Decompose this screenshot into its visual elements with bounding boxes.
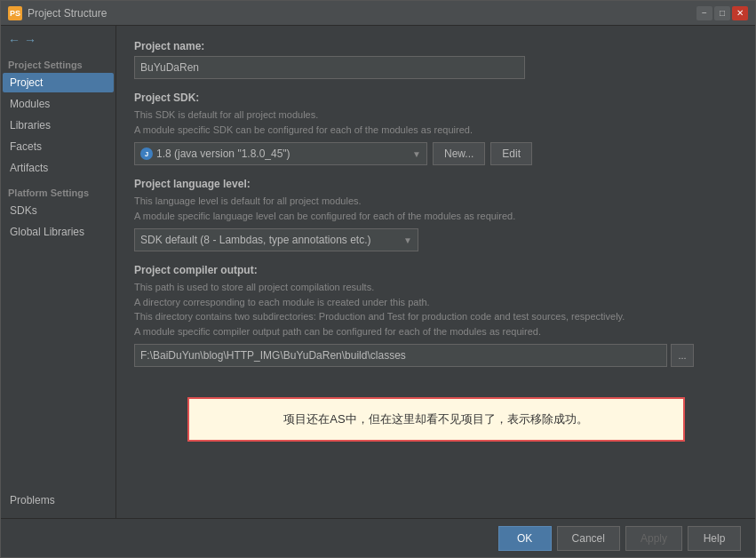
help-button[interactable]: Help (688, 526, 741, 551)
maximize-button[interactable]: □ (714, 6, 730, 20)
sdk-dropdown-arrow: ▼ (412, 149, 421, 159)
project-name-label: Project name: (134, 40, 737, 52)
java-sdk-icon: J (140, 147, 153, 160)
sidebar-item-artifacts[interactable]: Artifacts (3, 158, 114, 178)
platform-settings-label: Platform Settings (1, 179, 115, 200)
project-name-input[interactable] (134, 56, 525, 79)
new-sdk-button[interactable]: New... (433, 142, 485, 165)
app-icon: PS (8, 6, 22, 20)
language-level-dropdown[interactable]: SDK default (8 - Lambdas, type annotatio… (134, 228, 418, 251)
main-content: ← → Project Settings Project Modules Lib… (1, 26, 755, 518)
nav-icons: ← → (1, 29, 115, 54)
dialog-title: Project Structure (28, 7, 107, 20)
output-path-row: ... (134, 344, 737, 367)
ok-button[interactable]: OK (498, 526, 552, 551)
window-controls: − □ ✕ (696, 6, 748, 20)
compiler-output-section: Project compiler output: This path is us… (134, 264, 737, 367)
project-settings-label: Project Settings (1, 54, 115, 72)
cancel-button[interactable]: Cancel (557, 526, 620, 551)
sidebar-bottom: Problems (1, 490, 115, 518)
close-button[interactable]: ✕ (732, 6, 748, 20)
back-arrow[interactable]: ← (8, 33, 20, 47)
title-bar-left: PS Project Structure (8, 6, 107, 20)
compiler-output-desc: This path is used to store all project c… (134, 280, 737, 339)
browse-button[interactable]: ... (671, 344, 694, 367)
sidebar-item-libraries[interactable]: Libraries (3, 116, 114, 135)
project-sdk-desc1: This SDK is default for all project modu… (134, 108, 737, 137)
apply-button[interactable]: Apply (625, 526, 682, 551)
sidebar-item-problems[interactable]: Problems (3, 490, 114, 510)
annotation-box: 项目还在AS中，但在这里却看不见项目了，表示移除成功。 (187, 397, 685, 442)
sdk-row: J 1.8 (java version "1.8.0_45") ▼ New...… (134, 142, 737, 165)
sidebar-item-modules[interactable]: Modules (3, 94, 114, 114)
bottom-bar: OK Cancel Apply Help (1, 518, 755, 557)
main-panel: Project name: Project SDK: This SDK is d… (116, 26, 755, 518)
language-level-label: Project language level: (134, 178, 737, 190)
sdk-value: 1.8 (java version "1.8.0_45") (156, 147, 290, 160)
language-level-desc: This language level is default for all p… (134, 194, 737, 223)
forward-arrow[interactable]: → (24, 33, 36, 47)
sidebar-item-sdks[interactable]: SDKs (3, 201, 114, 220)
title-bar: PS Project Structure − □ ✕ (1, 1, 755, 26)
minimize-button[interactable]: − (696, 6, 712, 20)
sidebar: ← → Project Settings Project Modules Lib… (1, 26, 116, 518)
sidebar-item-facets[interactable]: Facets (3, 137, 114, 156)
project-sdk-label: Project SDK: (134, 92, 737, 104)
language-level-dropdown-arrow: ▼ (403, 235, 412, 245)
project-name-section: Project name: (134, 40, 737, 79)
project-sdk-section: Project SDK: This SDK is default for all… (134, 92, 737, 165)
compiler-output-label: Project compiler output: (134, 264, 737, 276)
output-path-input[interactable] (134, 344, 667, 367)
project-structure-dialog: PS Project Structure − □ ✕ ← → Project S… (0, 0, 756, 558)
sidebar-item-global-libraries[interactable]: Global Libraries (3, 222, 114, 242)
language-level-value: SDK default (8 - Lambdas, type annotatio… (140, 234, 370, 246)
sdk-dropdown[interactable]: J 1.8 (java version "1.8.0_45") ▼ (134, 142, 427, 165)
edit-sdk-button[interactable]: Edit (490, 142, 532, 165)
sidebar-item-project[interactable]: Project (3, 73, 114, 92)
annotation-text: 项目还在AS中，但在这里却看不见项目了，表示移除成功。 (283, 412, 587, 426)
project-language-level-section: Project language level: This language le… (134, 178, 737, 251)
